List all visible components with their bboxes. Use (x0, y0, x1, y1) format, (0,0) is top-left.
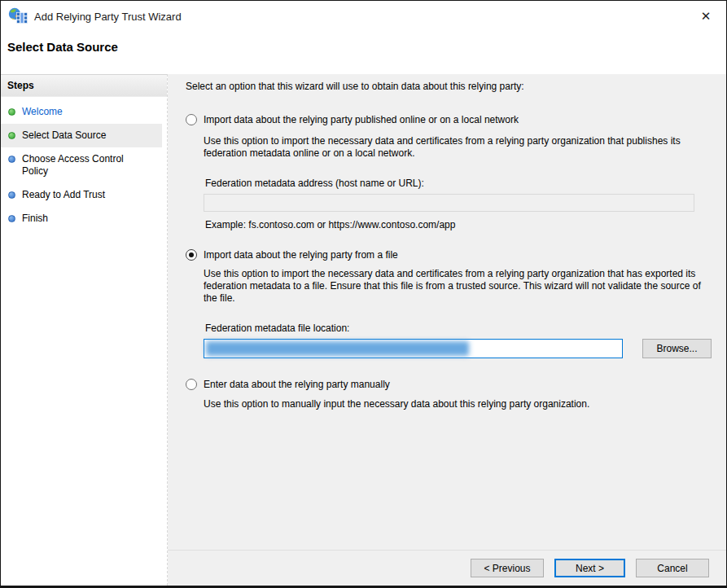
option-online-row: Import data about the relying party publ… (186, 114, 712, 126)
main-panel: Select an option that this wizard will u… (168, 74, 726, 586)
cancel-button[interactable]: Cancel (636, 559, 709, 577)
step-done-dot-icon (8, 132, 15, 139)
steps-header: Steps (1, 74, 167, 97)
step-item-ready-to-add-trust: Ready to Add Trust (1, 183, 162, 207)
adfs-app-icon (8, 7, 28, 25)
wizard-body: Steps Welcome Select Data Source Choose … (1, 74, 726, 586)
step-done-dot-icon (8, 108, 15, 116)
radio-file[interactable] (186, 249, 197, 261)
page-title: Select Data Source (1, 32, 726, 74)
intro-text: Select an option that this wizard will u… (186, 81, 712, 93)
file-input-wrapper (204, 339, 623, 358)
radio-selected-dot-icon (189, 252, 194, 257)
step-label: Select Data Source (22, 129, 106, 142)
step-item-finish: Finish (1, 207, 162, 230)
step-todo-dot-icon (8, 191, 15, 199)
steps-sidebar: Steps Welcome Select Data Source Choose … (1, 74, 168, 586)
previous-button[interactable]: < Previous (471, 559, 544, 577)
metadata-address-label: Federation metadata address (host name o… (205, 178, 712, 190)
step-todo-dot-icon (8, 215, 15, 222)
radio-online[interactable] (186, 114, 197, 125)
main-content: Select an option that this wizard will u… (168, 74, 726, 550)
next-button[interactable]: Next > (554, 559, 625, 577)
federation-metadata-address-input[interactable] (204, 194, 694, 212)
step-list: Welcome Select Data Source Choose Access… (1, 100, 167, 230)
radio-online-label: Import data about the relying party publ… (204, 114, 519, 126)
wizard-dialog: Add Relying Party Trust Wizard ✕ Select … (0, 0, 727, 588)
federation-metadata-file-input[interactable] (204, 340, 622, 358)
step-item-welcome: Welcome (1, 100, 162, 124)
step-label: Finish (22, 213, 48, 225)
button-bar: < Previous Next > Cancel (168, 550, 726, 586)
window-title: Add Relying Party Trust Wizard (34, 11, 694, 23)
file-location-row: Browse... (204, 339, 712, 358)
step-label: Choose Access Control Policy (22, 153, 136, 178)
title-bar: Add Relying Party Trust Wizard ✕ (1, 1, 726, 32)
option-file-row: Import data about the relying party from… (186, 249, 712, 261)
radio-manual[interactable] (186, 379, 197, 390)
radio-manual-label: Enter data about the relying party manua… (204, 379, 390, 391)
option-file-description: Use this option to import the necessary … (204, 268, 712, 305)
step-item-choose-access-control-policy: Choose Access Control Policy (1, 147, 162, 183)
step-label: Welcome (22, 106, 63, 118)
step-item-select-data-source: Select Data Source (1, 124, 162, 147)
metadata-file-label: Federation metadata file location: (205, 323, 712, 335)
option-manual-row: Enter data about the relying party manua… (186, 379, 712, 391)
option-online-description: Use this option to import the necessary … (204, 135, 712, 160)
browse-button[interactable]: Browse... (642, 339, 712, 358)
metadata-address-example: Example: fs.contoso.com or https://www.c… (205, 219, 712, 231)
option-manual-description: Use this option to manually input the ne… (204, 398, 712, 410)
radio-file-label: Import data about the relying party from… (204, 249, 398, 261)
step-label: Ready to Add Trust (22, 189, 105, 201)
close-icon[interactable]: ✕ (694, 5, 718, 28)
step-todo-dot-icon (8, 156, 15, 163)
